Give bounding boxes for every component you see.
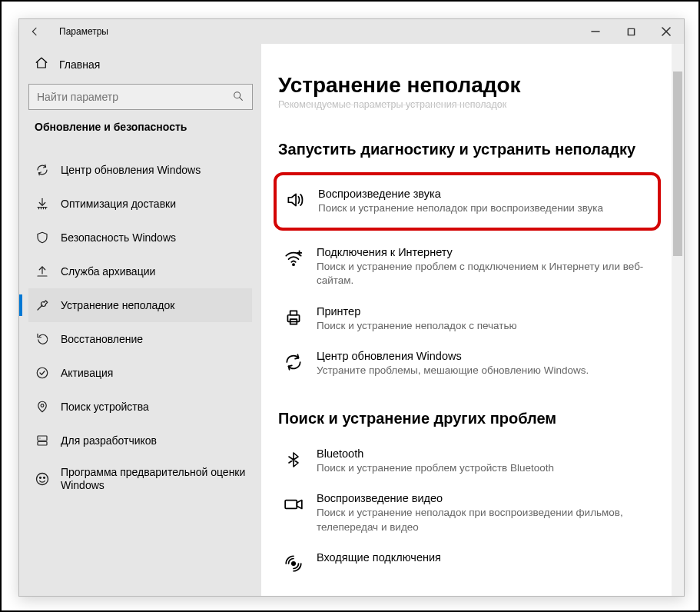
- video-icon: [283, 494, 304, 515]
- troubleshooter-desc: Поиск и устранение неполадок при воспрои…: [318, 201, 603, 215]
- troubleshooter-title: Воспроизведение видео: [317, 492, 656, 504]
- search-input[interactable]: [29, 91, 252, 103]
- nav-label: Оптимизация доставки: [61, 198, 176, 210]
- settings-window: Параметры Главная: [18, 18, 685, 597]
- section-run-diagnostics: Запустить диагностику и устранить непола…: [278, 141, 661, 158]
- nav-label: Активация: [61, 367, 113, 379]
- troubleshooter-video-playback[interactable]: Воспроизведение видео Поиск и устранение…: [278, 486, 661, 540]
- speaker-icon: [284, 189, 306, 211]
- svg-point-7: [37, 368, 48, 378]
- svg-rect-10: [38, 442, 47, 446]
- nav-activation[interactable]: Активация: [28, 356, 252, 390]
- shield-icon: [35, 230, 50, 245]
- nav-recovery[interactable]: Восстановление: [28, 322, 252, 356]
- nav-find-device[interactable]: Поиск устройства: [28, 390, 252, 424]
- troubleshooter-title: Подключения к Интернету: [317, 246, 656, 258]
- highlight-frame: Воспроизведение звука Поиск и устранение…: [274, 172, 661, 231]
- nav-home-label: Главная: [59, 58, 100, 71]
- wifi-icon: [283, 248, 304, 269]
- svg-line-5: [240, 98, 243, 101]
- main-content: Устранение неполадок Рекомендуемые парам…: [261, 44, 684, 596]
- titlebar: Параметры: [19, 19, 684, 44]
- nav-label: Устранение неполадок: [61, 299, 174, 311]
- svg-point-8: [41, 404, 44, 407]
- troubleshooter-title: Принтер: [317, 305, 517, 318]
- nav-label: Служба архивации: [61, 265, 155, 278]
- nav-windows-update[interactable]: Центр обновления Windows: [28, 153, 252, 187]
- nav-troubleshoot[interactable]: Устранение неполадок: [28, 288, 252, 322]
- sync-icon: [35, 162, 50, 178]
- troubleshooter-printer[interactable]: Принтер Поиск и устранение неполадок с п…: [278, 299, 661, 339]
- sync-icon: [283, 351, 304, 373]
- nav-label: Центр обновления Windows: [61, 164, 201, 176]
- window-title: Параметры: [59, 26, 108, 37]
- download-icon: [35, 196, 50, 211]
- svg-point-23: [292, 562, 295, 565]
- svg-point-12: [37, 474, 48, 485]
- window-controls: [578, 19, 684, 44]
- troubleshooter-windows-update[interactable]: Центр обновления Windows Устраните пробл…: [278, 344, 661, 384]
- troubleshooter-desc: Поиск и устранение проблем устройств Blu…: [317, 461, 554, 475]
- nav-developers[interactable]: Для разработчиков: [28, 424, 252, 457]
- nav-home[interactable]: Главная: [28, 50, 252, 79]
- troubleshooter-title: Bluetooth: [317, 447, 554, 460]
- titlebar-left: Параметры: [27, 24, 108, 39]
- troubleshooter-desc: Поиск и устранение неполадок с печатью: [317, 319, 517, 333]
- nav-label: Безопасность Windows: [61, 231, 176, 244]
- svg-point-14: [44, 477, 45, 478]
- troubleshooter-desc: Поиск и устранение неполадок при воспрои…: [317, 506, 656, 534]
- search-box[interactable]: [28, 84, 253, 110]
- troubleshooter-incoming-connections[interactable]: Входящие подключения: [278, 545, 661, 580]
- svg-point-13: [40, 477, 41, 478]
- search-icon: [232, 90, 244, 105]
- nav-label: Поиск устройства: [61, 401, 149, 413]
- bluetooth-icon: [283, 449, 304, 471]
- nav-delivery-optimization[interactable]: Оптимизация доставки: [28, 187, 252, 221]
- troubleshooter-title: Воспроизведение звука: [318, 188, 603, 200]
- troubleshooter-title: Центр обновления Windows: [317, 350, 589, 362]
- svg-rect-1: [628, 28, 634, 35]
- svg-point-15: [293, 264, 294, 265]
- printer-icon: [283, 307, 304, 328]
- svg-rect-18: [287, 314, 299, 321]
- upload-icon: [35, 264, 50, 279]
- section-other-problems: Поиск и устранение других проблем: [278, 410, 661, 427]
- nav-label: Для разработчиков: [61, 434, 157, 447]
- insider-icon: [35, 471, 50, 487]
- nav-windows-security[interactable]: Безопасность Windows: [28, 221, 252, 254]
- maximize-button[interactable]: [613, 19, 649, 44]
- incoming-icon: [283, 553, 304, 574]
- location-icon: [35, 399, 50, 414]
- nav-label: Программа предварительной оценки Windows: [61, 466, 246, 493]
- svg-marker-22: [297, 501, 302, 509]
- svg-rect-21: [285, 501, 297, 509]
- troubleshooter-internet[interactable]: Подключения к Интернету Поиск и устранен…: [278, 240, 661, 294]
- page-title: Устранение неполадок: [278, 73, 661, 98]
- svg-rect-19: [290, 311, 297, 314]
- sidebar: Главная Обновление и безопасность Центр …: [19, 44, 261, 596]
- back-button[interactable]: [27, 24, 42, 39]
- nav-backup[interactable]: Служба архивации: [28, 254, 252, 288]
- check-icon: [35, 365, 50, 381]
- recommended-hint: Рекомендуемые параметры устранения непол…: [278, 99, 661, 110]
- nav-insider[interactable]: Программа предварительной оценки Windows: [28, 457, 252, 501]
- svg-rect-9: [38, 436, 47, 441]
- developer-icon: [35, 433, 50, 448]
- content-scrollbar[interactable]: [672, 44, 684, 596]
- troubleshooter-title: Входящие подключения: [317, 551, 441, 564]
- scrollbar-thumb[interactable]: [673, 72, 682, 256]
- troubleshooter-desc: Устраните проблемы, мешающие обновлению …: [317, 364, 589, 378]
- troubleshooter-audio-playback[interactable]: Воспроизведение звука Поиск и устранение…: [280, 181, 650, 221]
- nav-label: Восстановление: [61, 333, 143, 345]
- troubleshooter-bluetooth[interactable]: Bluetooth Поиск и устранение проблем уст…: [278, 441, 661, 481]
- recovery-icon: [35, 331, 50, 347]
- close-button[interactable]: [649, 19, 684, 44]
- troubleshooter-desc: Поиск и устранение проблем с подключение…: [317, 260, 656, 288]
- sidebar-section-title: Обновление и безопасность: [28, 121, 252, 142]
- wrench-icon: [35, 298, 50, 313]
- minimize-button[interactable]: [578, 19, 613, 44]
- home-icon: [35, 56, 48, 73]
